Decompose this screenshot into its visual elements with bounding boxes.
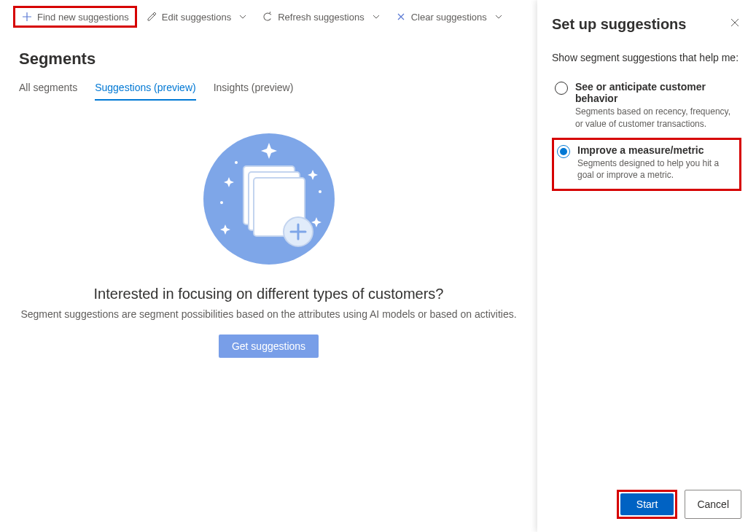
- start-highlight: Start: [617, 490, 678, 519]
- panel-title: Set up suggestions: [552, 16, 686, 33]
- option2-desc: Segments designed to help you hit a goal…: [577, 157, 735, 182]
- clear-suggestions-button[interactable]: Clear suggestions: [391, 8, 509, 26]
- refresh-label: Refresh suggestions: [278, 12, 365, 23]
- clear-icon: [395, 11, 407, 23]
- tab-insights[interactable]: Insights (preview): [214, 82, 294, 101]
- svg-point-1: [235, 161, 238, 164]
- find-new-suggestions-button[interactable]: Find new suggestions: [13, 6, 137, 28]
- option-improve-metric[interactable]: Improve a measure/metric Segments design…: [552, 138, 741, 192]
- option1-title: See or anticipate customer behavior: [575, 81, 739, 104]
- tab-bar: All segments Suggestions (preview) Insig…: [19, 82, 518, 101]
- chevron-down-icon: [370, 11, 382, 23]
- edit-label: Edit suggestions: [162, 12, 231, 23]
- get-suggestions-button[interactable]: Get suggestions: [219, 335, 319, 358]
- tab-all-segments[interactable]: All segments: [19, 82, 77, 101]
- plus-icon: [21, 11, 33, 23]
- close-icon[interactable]: [728, 16, 741, 31]
- radio-icon[interactable]: [555, 82, 568, 95]
- option-customer-behavior[interactable]: See or anticipate customer behavior Segm…: [552, 77, 741, 138]
- setup-suggestions-panel: Set up suggestions Show segment suggesti…: [537, 0, 756, 532]
- suggestions-graphic-icon: [200, 130, 338, 268]
- page-title: Segments: [19, 50, 518, 69]
- svg-point-3: [319, 190, 322, 193]
- tab-suggestions[interactable]: Suggestions (preview): [95, 82, 196, 101]
- radio-icon[interactable]: [557, 145, 570, 158]
- empty-subtitle: Segment suggestions are segment possibil…: [0, 308, 537, 320]
- option2-title: Improve a measure/metric: [577, 144, 735, 156]
- option1-desc: Segments based on recency, frequency, or…: [575, 106, 739, 130]
- empty-state: Interested in focusing on different type…: [19, 101, 518, 358]
- svg-point-4: [220, 201, 223, 204]
- clear-label: Clear suggestions: [411, 12, 487, 23]
- edit-icon: [146, 11, 157, 23]
- chevron-down-icon: [493, 11, 504, 23]
- refresh-suggestions-button[interactable]: Refresh suggestions: [257, 8, 386, 26]
- edit-suggestions-button[interactable]: Edit suggestions: [141, 8, 253, 26]
- command-bar: Find new suggestions Edit suggestions Re…: [0, 0, 537, 34]
- cancel-button[interactable]: Cancel: [685, 490, 741, 519]
- chevron-down-icon: [237, 11, 249, 23]
- find-label: Find new suggestions: [37, 12, 129, 23]
- panel-intro: Show segment suggestions that help me:: [552, 52, 741, 63]
- refresh-icon: [262, 11, 273, 23]
- start-button[interactable]: Start: [620, 493, 674, 515]
- empty-title: Interested in focusing on different type…: [0, 286, 537, 302]
